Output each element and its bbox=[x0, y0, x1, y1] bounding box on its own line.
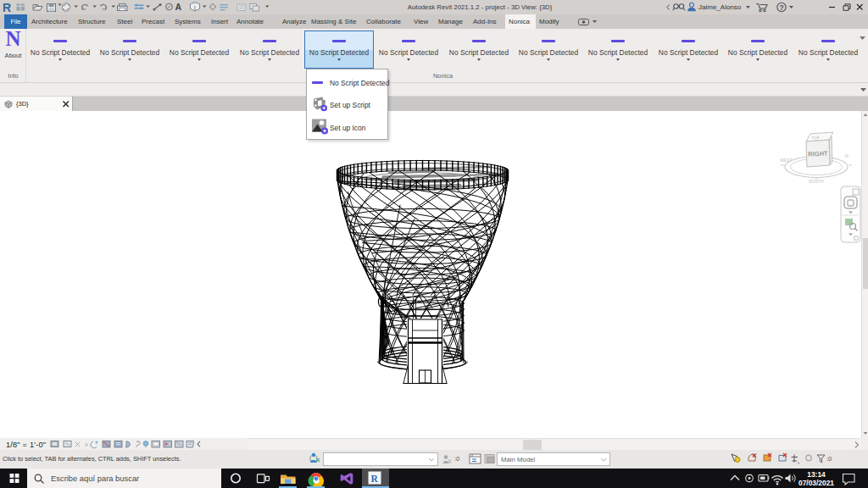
svg-text:TOP: TOP bbox=[811, 136, 819, 141]
svg-text:WEST: WEST bbox=[780, 158, 792, 163]
svg-text:A: A bbox=[175, 2, 182, 12]
svg-text:RIGHT: RIGHT bbox=[808, 150, 828, 158]
svg-text:?: ? bbox=[780, 3, 784, 12]
svg-text:07/03/2021: 07/03/2021 bbox=[798, 479, 834, 487]
svg-text::0: :0 bbox=[826, 455, 832, 463]
svg-text:Jaime_Alonso: Jaime_Alonso bbox=[698, 3, 742, 11]
svg-text:SOUTH: SOUTH bbox=[809, 179, 824, 184]
svg-text:R: R bbox=[3, 1, 11, 14]
svg-text:Escribe aquí para buscar: Escribe aquí para buscar bbox=[51, 474, 139, 483]
svg-text:N..: N.. bbox=[845, 153, 850, 158]
svg-text:R: R bbox=[371, 474, 379, 484]
svg-text:13:14: 13:14 bbox=[807, 470, 826, 479]
svg-text:Autodesk Revit 2021.1.2 - proj: Autodesk Revit 2021.1.2 - project - 3D V… bbox=[408, 3, 553, 11]
